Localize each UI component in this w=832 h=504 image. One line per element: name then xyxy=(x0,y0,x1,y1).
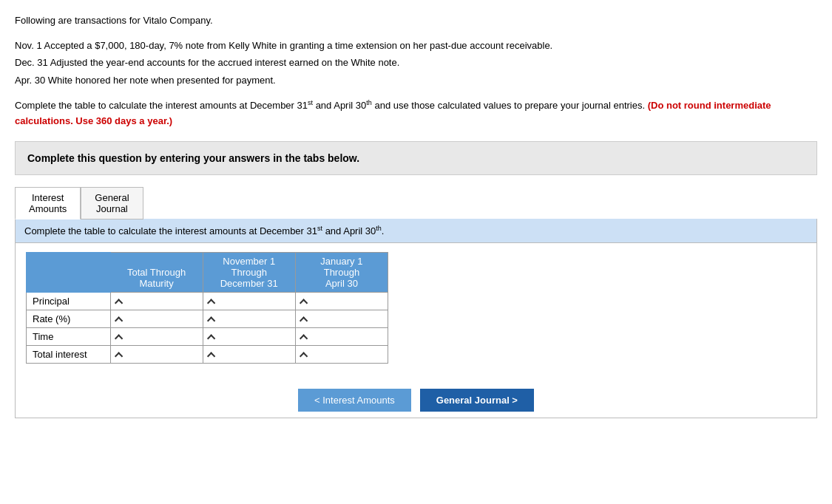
tab-interest-line2: Amounts xyxy=(29,203,67,214)
instructions-part3: and use those calculated values to prepa… xyxy=(372,100,648,111)
transaction-1: Nov. 1 Accepted a $7,000, 180-day, 7% no… xyxy=(15,38,817,53)
table-row-rate: Rate (%) xyxy=(27,310,388,328)
intro-title: Following are transactions for Vitalo Co… xyxy=(15,13,817,28)
label-rate: Rate (%) xyxy=(27,310,111,328)
col-jan1-line2: Through xyxy=(302,267,382,278)
input-principal-total[interactable] xyxy=(110,293,203,310)
col-nov1-line2: Through xyxy=(209,267,289,278)
instructions-text: Complete the table to calculate the inte… xyxy=(15,98,817,129)
tab-general-journal[interactable]: General Journal xyxy=(81,187,143,219)
input-totalinterest-total[interactable] xyxy=(110,346,203,364)
general-journal-button[interactable]: General Journal > xyxy=(420,389,534,412)
tab-header-info: Complete the table to calculate the inte… xyxy=(16,219,816,243)
input-totalinterest-nov-dec[interactable] xyxy=(203,346,295,364)
input-time-nov-dec[interactable] xyxy=(203,328,295,346)
table-row-time: Time xyxy=(27,328,388,346)
interest-amounts-button[interactable]: < Interest Amounts xyxy=(298,389,411,412)
label-total-interest: Total interest xyxy=(27,346,111,364)
col-total-line3: Maturity xyxy=(117,278,197,289)
tab-header-text1: Complete the table to calculate the inte… xyxy=(24,225,317,236)
input-time-total[interactable] xyxy=(110,328,203,346)
col-header-empty xyxy=(27,253,111,293)
transaction-2: Dec. 31 Adjusted the year-end accounts f… xyxy=(15,55,817,70)
col-total-line1 xyxy=(117,256,197,267)
tab-content-area: Complete the table to calculate the inte… xyxy=(15,219,817,418)
tabs-container: Interest Amounts General Journal xyxy=(15,187,817,219)
tab-interest-amounts[interactable]: Interest Amounts xyxy=(15,187,81,219)
table-row-total-interest: Total interest xyxy=(27,346,388,364)
input-time-jan-apr[interactable] xyxy=(295,328,388,346)
input-rate-total[interactable] xyxy=(110,310,203,328)
sup-st-2: st xyxy=(317,225,322,232)
col-nov1-line3: December 31 xyxy=(209,278,289,289)
input-rate-nov-dec[interactable] xyxy=(203,310,295,328)
sup-st-1: st xyxy=(308,99,313,106)
tab-header-mid: and April 30 xyxy=(322,225,376,236)
col-nov1-line1: November 1 xyxy=(209,256,289,267)
tab-general-line2: Journal xyxy=(96,203,128,214)
interest-table: Total Through Maturity November 1 Throug… xyxy=(26,252,388,364)
nav-buttons: < Interest Amounts General Journal > xyxy=(16,389,816,418)
tab-header-end: . xyxy=(382,225,385,236)
instructions-part1: Complete the table to calculate the inte… xyxy=(15,100,308,111)
question-box: Complete this question by entering your … xyxy=(15,141,817,175)
transaction-3: Apr. 30 White honored her note when pres… xyxy=(15,73,817,88)
col-total-line2: Total Through xyxy=(117,267,197,278)
col-header-total-maturity: Total Through Maturity xyxy=(110,253,203,293)
question-box-label: Complete this question by entering your … xyxy=(27,152,359,164)
sup-th-1: th xyxy=(366,99,372,106)
col-jan1-line1: January 1 xyxy=(302,256,382,267)
input-totalinterest-jan-apr[interactable] xyxy=(295,346,388,364)
col-jan1-line3: April 30 xyxy=(302,278,382,289)
transactions-list: Nov. 1 Accepted a $7,000, 180-day, 7% no… xyxy=(15,38,817,88)
table-row-principal: Principal xyxy=(27,293,388,310)
tab-interest-line1: Interest xyxy=(32,192,64,203)
tab-general-line1: General xyxy=(95,192,129,203)
col-header-nov1-dec31: November 1 Through December 31 xyxy=(203,253,295,293)
label-principal: Principal xyxy=(27,293,111,310)
sup-th-2: th xyxy=(376,225,382,232)
input-rate-jan-apr[interactable] xyxy=(295,310,388,328)
instructions-part2: and April 30 xyxy=(313,100,366,111)
label-time: Time xyxy=(27,328,111,346)
interest-table-wrap: Total Through Maturity November 1 Throug… xyxy=(16,243,816,375)
input-principal-jan-apr[interactable] xyxy=(295,293,388,310)
intro-section: Following are transactions for Vitalo Co… xyxy=(15,13,817,28)
col-header-jan1-apr30: January 1 Through April 30 xyxy=(295,253,388,293)
input-principal-nov-dec[interactable] xyxy=(203,293,295,310)
